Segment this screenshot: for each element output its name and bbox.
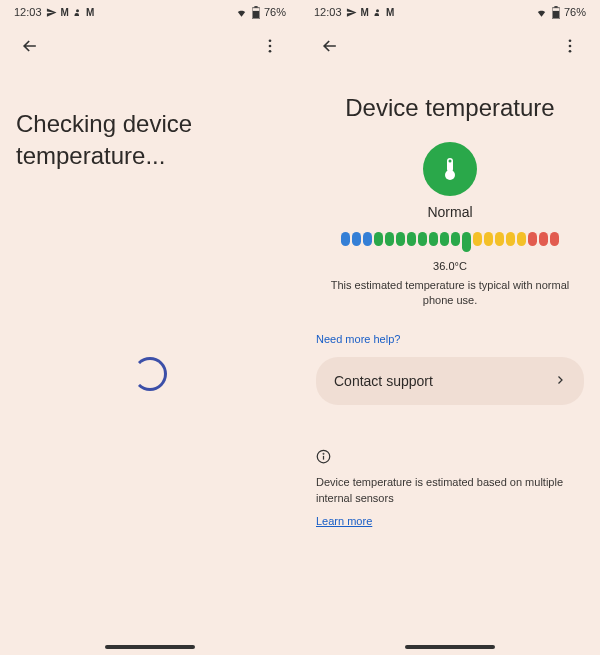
svg-point-19 bbox=[323, 453, 324, 454]
toolbar bbox=[0, 24, 300, 68]
gauge-pip bbox=[528, 232, 537, 246]
info-text: Device temperature is estimated based on… bbox=[316, 474, 584, 507]
svg-point-13 bbox=[569, 50, 572, 53]
gauge-pip bbox=[440, 232, 449, 246]
contact-support-label: Contact support bbox=[334, 373, 433, 389]
battery-percent: 76% bbox=[264, 6, 286, 18]
svg-point-6 bbox=[269, 50, 272, 53]
thermometer-icon bbox=[423, 142, 477, 196]
svg-point-0 bbox=[76, 9, 79, 12]
svg-rect-10 bbox=[553, 10, 559, 17]
wifi-icon bbox=[235, 7, 248, 18]
contact-support-button[interactable]: Contact support bbox=[316, 357, 584, 405]
gauge-pip bbox=[550, 232, 559, 246]
need-help-link[interactable]: Need more help? bbox=[316, 333, 584, 345]
info-icon bbox=[316, 450, 331, 467]
status-bar: 12:03 M M 76% bbox=[300, 0, 600, 24]
svg-point-11 bbox=[569, 39, 572, 42]
gauge-pip bbox=[374, 232, 383, 246]
toolbar bbox=[300, 24, 600, 68]
page-title: Device temperature bbox=[316, 94, 584, 122]
battery-percent: 76% bbox=[564, 6, 586, 18]
telegram-icon bbox=[46, 7, 57, 18]
m-icon-2: M bbox=[386, 7, 394, 18]
m-icon: M bbox=[361, 7, 369, 18]
gauge-pip bbox=[418, 232, 427, 246]
svg-point-5 bbox=[269, 45, 272, 48]
gauge-pip bbox=[451, 232, 460, 246]
gauge-pip bbox=[539, 232, 548, 246]
gauge-pip bbox=[484, 232, 493, 246]
gauge-pip bbox=[495, 232, 504, 246]
learn-more-link[interactable]: Learn more bbox=[316, 515, 372, 527]
svg-point-16 bbox=[449, 160, 452, 163]
gauge-pip bbox=[517, 232, 526, 246]
overflow-menu-button[interactable] bbox=[552, 28, 588, 64]
svg-rect-3 bbox=[253, 10, 259, 17]
battery-icon bbox=[252, 6, 260, 19]
back-button[interactable] bbox=[312, 28, 348, 64]
nav-handle[interactable] bbox=[105, 645, 195, 649]
svg-point-4 bbox=[269, 39, 272, 42]
m-icon: M bbox=[61, 7, 69, 18]
gauge-pip bbox=[407, 232, 416, 246]
telegram-icon bbox=[346, 7, 357, 18]
temp-status-label: Normal bbox=[316, 204, 584, 220]
nav-handle[interactable] bbox=[405, 645, 495, 649]
page-title: Checking device temperature... bbox=[16, 108, 284, 173]
wifi-icon bbox=[535, 7, 548, 18]
gauge-pip bbox=[341, 232, 350, 246]
m-icon-2: M bbox=[86, 7, 94, 18]
gauge-pip bbox=[473, 232, 482, 246]
gauge-pip bbox=[506, 232, 515, 246]
screen-loading: 12:03 M M 76% Checking device temperatur… bbox=[0, 0, 300, 655]
svg-point-12 bbox=[569, 45, 572, 48]
battery-icon bbox=[552, 6, 560, 19]
svg-point-15 bbox=[445, 170, 455, 180]
loading-spinner-icon bbox=[133, 357, 167, 391]
screen-result: 12:03 M M 76% Device temperature Normal … bbox=[300, 0, 600, 655]
temp-value: 36.0°C bbox=[316, 260, 584, 272]
status-time: 12:03 bbox=[14, 6, 42, 18]
gauge-pip bbox=[396, 232, 405, 246]
temp-description: This estimated temperature is typical wi… bbox=[316, 278, 584, 309]
overflow-menu-button[interactable] bbox=[252, 28, 288, 64]
status-time: 12:03 bbox=[314, 6, 342, 18]
gauge-pip bbox=[363, 232, 372, 246]
svg-point-7 bbox=[376, 9, 379, 12]
chevron-right-icon bbox=[554, 373, 566, 389]
status-bar: 12:03 M M 76% bbox=[0, 0, 300, 24]
gauge-pip bbox=[462, 232, 471, 252]
gauge-pip bbox=[429, 232, 438, 246]
back-button[interactable] bbox=[12, 28, 48, 64]
gauge-pip bbox=[385, 232, 394, 246]
person-icon bbox=[73, 8, 82, 17]
gauge-pip bbox=[352, 232, 361, 246]
temperature-gauge bbox=[316, 232, 584, 252]
person-icon bbox=[373, 8, 382, 17]
